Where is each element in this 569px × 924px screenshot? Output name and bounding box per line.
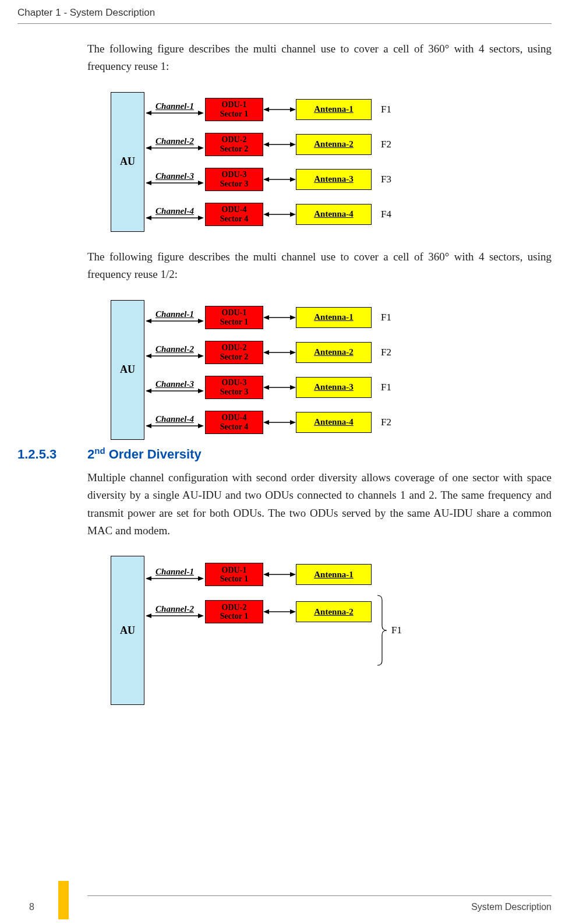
svg-marker-32 bbox=[198, 354, 204, 358]
svg-marker-29 bbox=[290, 315, 296, 320]
double-arrow-icon bbox=[146, 575, 204, 582]
antenna-box: Antenna-3 bbox=[296, 377, 372, 398]
svg-marker-16 bbox=[263, 177, 269, 182]
odu-box: ODU-4Sector 4 bbox=[205, 411, 263, 434]
paragraph: The following figure describes the multi… bbox=[87, 248, 552, 284]
svg-marker-1 bbox=[146, 111, 151, 115]
svg-marker-7 bbox=[146, 146, 151, 150]
double-arrow-icon bbox=[263, 314, 296, 321]
odu-box: ODU-3Sector 3 bbox=[205, 168, 263, 191]
frequency-label: F1 bbox=[381, 382, 398, 393]
double-arrow-icon bbox=[263, 608, 296, 615]
svg-marker-19 bbox=[146, 216, 151, 220]
au-box: AU bbox=[111, 300, 144, 440]
svg-marker-25 bbox=[146, 319, 151, 323]
svg-marker-17 bbox=[290, 177, 296, 182]
svg-marker-20 bbox=[198, 216, 204, 220]
svg-marker-52 bbox=[263, 572, 269, 577]
antenna-box: Antenna-2 bbox=[296, 134, 372, 155]
double-arrow-icon bbox=[146, 387, 204, 394]
svg-marker-28 bbox=[263, 315, 269, 320]
frequency-label: F2 bbox=[381, 139, 398, 150]
svg-marker-14 bbox=[198, 181, 204, 185]
frequency-label: F2 bbox=[381, 417, 398, 428]
svg-marker-13 bbox=[146, 181, 151, 185]
diagram-row: Channel-2 ODU-2Sector 2 Antenna-2 F2 bbox=[144, 127, 398, 162]
odu-box: ODU-3Sector 3 bbox=[205, 376, 263, 399]
double-arrow-icon bbox=[146, 214, 204, 221]
double-arrow-icon bbox=[263, 176, 296, 183]
section-heading: 1.2.5.3 2nd Order Diversity bbox=[0, 446, 569, 462]
figure-reuse-1: AU Channel-1 ODU-1Sector 1 Antenna-1 F1 … bbox=[111, 92, 552, 232]
odu-box: ODU-2Sector 1 bbox=[205, 600, 263, 623]
double-arrow-icon bbox=[263, 571, 296, 578]
svg-marker-10 bbox=[263, 142, 269, 147]
svg-marker-58 bbox=[263, 609, 269, 614]
diagram-row: Channel-1 ODU-1Sector 1 Antenna-1 bbox=[144, 556, 372, 593]
svg-marker-31 bbox=[146, 354, 151, 358]
double-arrow-icon bbox=[263, 349, 296, 356]
svg-marker-49 bbox=[146, 576, 151, 581]
frequency-label: F4 bbox=[381, 209, 398, 220]
frequency-label: F1 bbox=[381, 104, 398, 115]
double-arrow-icon bbox=[263, 211, 296, 218]
antenna-box: Antenna-3 bbox=[296, 169, 372, 190]
au-box: AU bbox=[111, 92, 144, 232]
svg-marker-59 bbox=[290, 609, 296, 614]
double-arrow-icon bbox=[146, 144, 204, 151]
svg-marker-50 bbox=[198, 576, 204, 581]
paragraph: Multiple channel configuration with seco… bbox=[87, 469, 552, 540]
diagram-row: Channel-3 ODU-3Sector 3 Antenna-3 F1 bbox=[144, 370, 398, 405]
odu-box: ODU-1Sector 1 bbox=[205, 98, 263, 121]
footer-title: System Description bbox=[471, 902, 552, 912]
svg-marker-11 bbox=[290, 142, 296, 147]
svg-marker-23 bbox=[290, 212, 296, 217]
bracket-icon bbox=[376, 593, 388, 668]
odu-box: ODU-1Sector 1 bbox=[205, 306, 263, 329]
double-arrow-icon bbox=[146, 352, 204, 359]
diagram-row: Channel-1 ODU-1Sector 1 Antenna-1 F1 bbox=[144, 92, 398, 127]
footer-divider bbox=[87, 895, 552, 896]
svg-marker-38 bbox=[198, 389, 204, 393]
svg-marker-40 bbox=[263, 385, 269, 390]
frequency-label: F1 bbox=[391, 625, 409, 636]
svg-marker-5 bbox=[290, 107, 296, 112]
section-number: 1.2.5.3 bbox=[17, 447, 87, 462]
odu-box: ODU-2Sector 2 bbox=[205, 341, 263, 364]
page-footer: 8 System Description bbox=[0, 895, 569, 912]
svg-marker-2 bbox=[198, 111, 204, 115]
svg-marker-4 bbox=[263, 107, 269, 112]
page-header: Chapter 1 - System Description bbox=[0, 0, 569, 23]
svg-marker-53 bbox=[290, 572, 296, 577]
antenna-box: Antenna-1 bbox=[296, 564, 372, 585]
antenna-box: Antenna-4 bbox=[296, 412, 372, 433]
diagram-row: Channel-4 ODU-4Sector 4 Antenna-4 F2 bbox=[144, 405, 398, 440]
odu-box: ODU-1Sector 1 bbox=[205, 563, 263, 586]
figure-diversity: AU Channel-1 ODU-1Sector 1 Antenna-1 Cha… bbox=[111, 556, 552, 705]
double-arrow-icon bbox=[263, 141, 296, 148]
frequency-label: F1 bbox=[381, 312, 398, 323]
page-tab bbox=[58, 881, 69, 919]
diagram-row: Channel-2 ODU-2Sector 1 Antenna-2 bbox=[144, 593, 372, 630]
antenna-box: Antenna-2 bbox=[296, 601, 372, 622]
svg-marker-8 bbox=[198, 146, 204, 150]
svg-marker-41 bbox=[290, 385, 296, 390]
page-number: 8 bbox=[29, 902, 34, 912]
svg-marker-44 bbox=[198, 424, 204, 428]
double-arrow-icon bbox=[146, 318, 204, 325]
paragraph: The following figure describes the multi… bbox=[87, 40, 552, 76]
antenna-box: Antenna-4 bbox=[296, 204, 372, 225]
svg-marker-26 bbox=[198, 319, 204, 323]
svg-marker-35 bbox=[290, 350, 296, 355]
section-title: 2nd Order Diversity bbox=[87, 446, 202, 462]
frequency-label: F2 bbox=[381, 347, 398, 358]
double-arrow-icon bbox=[146, 422, 204, 429]
antenna-box: Antenna-1 bbox=[296, 307, 372, 328]
double-arrow-icon bbox=[263, 106, 296, 113]
frequency-label: F3 bbox=[381, 174, 398, 185]
diagram-row: Channel-2 ODU-2Sector 2 Antenna-2 F2 bbox=[144, 335, 398, 370]
au-box: AU bbox=[111, 556, 144, 705]
svg-marker-34 bbox=[263, 350, 269, 355]
antenna-box: Antenna-2 bbox=[296, 342, 372, 363]
svg-marker-37 bbox=[146, 389, 151, 393]
